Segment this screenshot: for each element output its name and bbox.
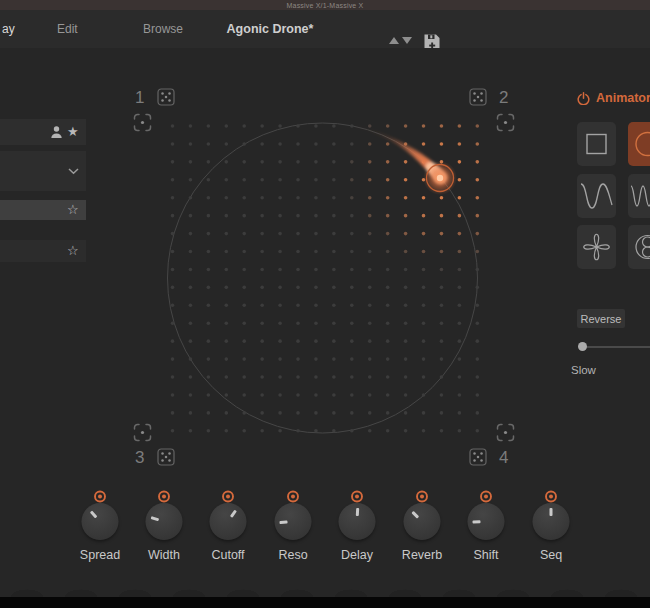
menubar: ay Edit Browse Agonic Drone*	[0, 10, 650, 49]
knob-unit-width: Width	[132, 490, 196, 608]
knob-label: Shift	[473, 548, 498, 562]
preset-prev-icon[interactable]	[389, 37, 399, 44]
macro-assign-icon[interactable]	[351, 490, 364, 503]
focus-icon-1[interactable]	[133, 113, 152, 132]
knob-unit-delay: Delay	[325, 490, 389, 608]
dice-icon-3[interactable]	[157, 448, 175, 466]
focus-icon-4[interactable]	[496, 423, 515, 442]
cutoff-knob[interactable]	[210, 503, 247, 540]
main-panel: ★ ☆ ☆ 1 2	[0, 48, 650, 597]
spread-knob[interactable]	[82, 503, 119, 540]
width-knob[interactable]	[146, 503, 183, 540]
shape-button-sine[interactable]	[577, 174, 616, 218]
rate-label: Slow	[571, 364, 596, 376]
knob-unit-spread: Spread	[68, 490, 132, 608]
os-titlebar: Massive X/1-Massive X	[0, 0, 650, 10]
knob-unit-cutoff: Cutoff	[196, 490, 260, 608]
corner-label-1: 1	[135, 88, 144, 108]
knob-unit-reverb: Reverb	[390, 490, 454, 608]
knob-label: Delay	[341, 548, 373, 562]
shift-knob[interactable]	[468, 503, 505, 540]
knob-label: Spread	[80, 548, 120, 562]
knob-pointer	[230, 510, 237, 518]
knob-pointer	[90, 511, 97, 519]
reverb-knob[interactable]	[404, 503, 441, 540]
shape-button-flower[interactable]	[577, 225, 616, 269]
knob-pointer	[356, 508, 359, 516]
knob-pointer	[412, 511, 419, 518]
knob-pointer	[279, 521, 287, 524]
rate-slider-handle[interactable]	[578, 342, 587, 351]
knob-label: Reverb	[402, 548, 442, 562]
knob-pointer	[151, 516, 159, 521]
dice-icon-1[interactable]	[157, 88, 175, 106]
knob-label: Width	[148, 548, 180, 562]
shape-button-double-sine[interactable]	[628, 174, 650, 218]
preset-name[interactable]: Agonic Drone*	[227, 22, 314, 36]
knob-unit-seq: Seq	[519, 490, 583, 608]
knob-pointer	[550, 508, 552, 516]
seq-knob[interactable]	[533, 503, 570, 540]
macro-assign-icon[interactable]	[287, 490, 300, 503]
knob-label: Cutoff	[211, 548, 244, 562]
knob-label: Reso	[278, 548, 307, 562]
corner-label-4: 4	[499, 448, 508, 468]
menu-play[interactable]: ay	[2, 22, 15, 36]
menu-edit[interactable]: Edit	[57, 22, 78, 36]
macro-assign-icon[interactable]	[545, 490, 558, 503]
rate-slider-track[interactable]	[582, 346, 650, 348]
animator-title: Animator	[596, 91, 650, 105]
reverse-button[interactable]: Reverse	[577, 309, 625, 328]
delay-knob[interactable]	[339, 503, 376, 540]
corner-label-3: 3	[135, 448, 144, 468]
power-icon[interactable]	[577, 92, 590, 105]
menu-browse[interactable]: Browse	[143, 22, 183, 36]
knob-pointer	[472, 520, 480, 523]
reso-knob[interactable]	[275, 503, 312, 540]
dice-icon-4[interactable]	[469, 448, 487, 466]
shape-button-square[interactable]	[577, 122, 616, 166]
animator-header: Animator	[577, 91, 650, 105]
shape-button-circle-eight[interactable]	[628, 225, 650, 269]
dice-icon-2[interactable]	[469, 88, 487, 106]
knob-unit-shift: Shift	[454, 490, 518, 608]
window-title: Massive X/1-Massive X	[287, 2, 364, 9]
focus-icon-3[interactable]	[133, 423, 152, 442]
preset-next-icon[interactable]	[402, 37, 412, 44]
knob-label: Seq	[540, 548, 562, 562]
focus-icon-2[interactable]	[496, 113, 515, 132]
knob-unit-reso: Reso	[261, 490, 325, 608]
shape-button-circle[interactable]	[628, 122, 650, 166]
macro-assign-icon[interactable]	[480, 490, 493, 503]
corner-label-2: 2	[499, 88, 508, 108]
